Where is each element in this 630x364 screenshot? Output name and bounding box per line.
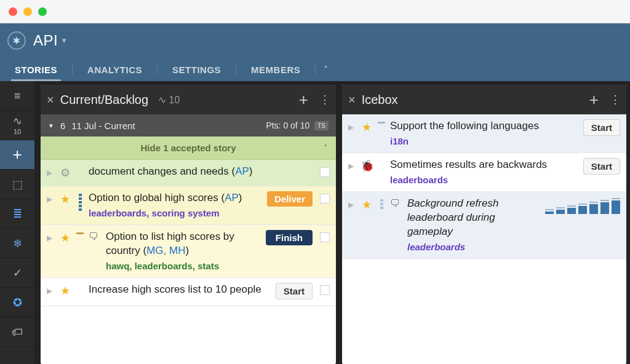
estimate-selector[interactable]: [545, 197, 620, 214]
tab-settings[interactable]: SETTINGS: [158, 58, 236, 81]
accepted-stories-toggle[interactable]: Hide 1 accepted story ˄: [41, 136, 336, 160]
story-labels[interactable]: leaderboards: [390, 175, 578, 185]
bug-icon: 🐞: [361, 158, 373, 173]
story-row[interactable]: ▶ ⚙ document changes and needs (AP): [41, 160, 336, 186]
story-row[interactable]: ▶ ★ 🗨 Background refresh leaderboard dur…: [342, 192, 626, 259]
story-labels[interactable]: leaderboards, scoring system: [89, 208, 262, 218]
start-button[interactable]: Start: [583, 119, 620, 136]
rail-menu[interactable]: ≡: [0, 81, 34, 111]
rail-labels[interactable]: 🏷: [0, 317, 34, 347]
story-points-icon: [76, 230, 84, 234]
plus-icon: +: [12, 145, 22, 164]
panels-container: × Current/Backlog ∿ 10 + ⋮ ▼ 6 11 Jul - …: [34, 81, 630, 364]
expand-panels-button[interactable]: ̂: [316, 58, 340, 81]
tab-analytics[interactable]: ANALYTICS: [73, 58, 157, 81]
iteration-date: 11 Jul - Current: [71, 121, 135, 131]
nav-tabs: STORIES ANALYTICS SETTINGS MEMBERS ̂: [0, 58, 630, 81]
expand-story-icon[interactable]: ▶: [348, 119, 356, 132]
chevron-down-icon: ▼: [48, 122, 54, 129]
chart-icon: ∿: [13, 116, 22, 127]
estimate-option[interactable]: [556, 207, 565, 214]
sidebar-rail: ≡ ∿ 10 + ⬚ ≣ ❄ ✓ ✪ 🏷: [0, 81, 34, 364]
snowflake-icon: ❄: [13, 238, 22, 249]
estimate-option[interactable]: [600, 200, 609, 214]
maximize-icon[interactable]: [38, 7, 47, 16]
menu-icon: ≡: [14, 90, 21, 101]
star-icon: ★: [361, 197, 373, 212]
close-panel-button[interactable]: ×: [47, 93, 54, 107]
story-title: document changes and needs (AP): [89, 165, 313, 179]
story-title: Option to global high scores (AP): [89, 191, 262, 205]
comment-icon[interactable]: 🗨: [89, 230, 101, 242]
estimate-option[interactable]: [578, 204, 587, 214]
rail-list[interactable]: ≣: [0, 199, 34, 229]
tray-icon: ⬚: [12, 179, 23, 190]
estimate-option[interactable]: [612, 198, 620, 214]
story-owner[interactable]: AP: [235, 165, 249, 177]
deliver-button[interactable]: Deliver: [267, 191, 313, 207]
points-col: [378, 158, 385, 160]
rail-my-work[interactable]: ⬚: [0, 170, 34, 199]
expand-story-icon[interactable]: ▶: [47, 165, 54, 177]
chevron-down-icon: ▼: [60, 36, 68, 45]
points-col: [76, 165, 84, 167]
start-button[interactable]: Start: [583, 158, 620, 175]
check-icon: ✓: [13, 267, 22, 279]
select-story-checkbox[interactable]: [320, 232, 330, 242]
story-row[interactable]: ▶ ★ 🗨 Option to list high scores by coun…: [41, 225, 336, 278]
app-logo-icon[interactable]: ✱: [7, 31, 26, 50]
comment-icon[interactable]: 🗨: [390, 197, 402, 209]
tab-stories[interactable]: STORIES: [0, 58, 72, 81]
rail-add-story[interactable]: +: [0, 140, 34, 170]
story-title: Background refresh leaderboard during ga…: [407, 197, 536, 239]
story-owner[interactable]: MG, MH: [146, 245, 185, 256]
iteration-header[interactable]: ▼ 6 11 Jul - Current Pts: 0 of 10 TS: [41, 114, 336, 136]
project-name: API: [33, 32, 58, 49]
select-story-checkbox[interactable]: [320, 285, 330, 295]
iteration-team-badge: TS: [314, 121, 329, 130]
story-row[interactable]: ▶ 🐞 Sometimes results are backwards lead…: [342, 153, 626, 192]
story-labels[interactable]: i18n: [390, 136, 578, 146]
add-story-button[interactable]: +: [294, 90, 313, 109]
rail-velocity[interactable]: ∿ 10: [0, 111, 34, 140]
rail-epics[interactable]: ✪: [0, 288, 34, 317]
close-panel-button[interactable]: ×: [348, 93, 356, 107]
panel-header: × Icebox + ⋮: [342, 85, 626, 114]
story-points-icon: [76, 283, 84, 285]
select-story-checkbox[interactable]: [320, 167, 330, 177]
story-row[interactable]: ▶ ★ Increase high scores list to 10 peop…: [41, 278, 336, 306]
velocity-value: 10: [14, 128, 21, 135]
close-icon[interactable]: [9, 7, 17, 16]
story-points-icon: [378, 119, 385, 124]
add-story-button[interactable]: +: [584, 90, 604, 109]
story-row[interactable]: ▶ ★ Support the following languages i18n…: [342, 114, 626, 153]
story-row[interactable]: ▶ ★ Option to global high scores (AP) le…: [41, 186, 336, 225]
estimate-option[interactable]: [545, 209, 554, 214]
rail-done[interactable]: ✓: [0, 258, 34, 288]
expand-story-icon[interactable]: ▶: [348, 158, 356, 170]
rail-icebox[interactable]: ❄: [0, 229, 34, 258]
list-icon: ≣: [13, 208, 22, 220]
expand-story-icon[interactable]: ▶: [47, 283, 54, 295]
select-story-checkbox[interactable]: [320, 194, 330, 204]
panel-menu-button[interactable]: ⋮: [610, 93, 620, 106]
expand-story-icon[interactable]: ▶: [348, 197, 356, 209]
gear-icon: ⚙: [59, 165, 71, 180]
story-owner[interactable]: AP: [225, 192, 239, 204]
finish-button[interactable]: Finish: [266, 230, 313, 245]
chevron-up-icon: ˄: [324, 144, 327, 152]
project-switcher[interactable]: API ▼: [33, 32, 68, 49]
expand-story-icon[interactable]: ▶: [47, 191, 54, 204]
story-title: Sometimes results are backwards: [390, 158, 578, 172]
estimate-option[interactable]: [567, 205, 576, 214]
expand-story-icon[interactable]: ▶: [47, 230, 54, 242]
panel-menu-button[interactable]: ⋮: [319, 93, 330, 106]
story-labels[interactable]: hawq, leaderboards, stats: [106, 261, 261, 271]
start-button[interactable]: Start: [276, 283, 313, 299]
minimize-icon[interactable]: [23, 7, 32, 16]
story-labels[interactable]: leaderboards: [407, 242, 536, 252]
star-icon: ★: [361, 119, 373, 134]
panel-velocity: ∿ 10: [158, 94, 180, 106]
tab-members[interactable]: MEMBERS: [236, 58, 315, 81]
estimate-option[interactable]: [589, 202, 598, 214]
